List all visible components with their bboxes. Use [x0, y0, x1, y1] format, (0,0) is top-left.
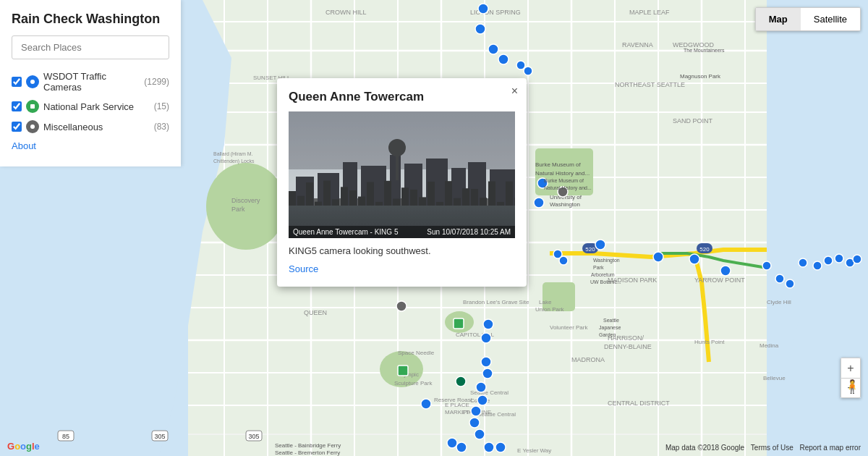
about-link[interactable]: About — [12, 140, 169, 151]
svg-point-106 — [835, 254, 843, 263]
camera-icon-misc — [26, 120, 39, 133]
svg-text:Natural History and...: Natural History and... — [535, 170, 590, 177]
svg-text:Union Park: Union Park — [535, 306, 565, 313]
popup-title: Queen Anne Towercam — [289, 90, 515, 104]
svg-text:Hunts Point: Hunts Point — [694, 339, 725, 345]
svg-text:Natural History and...: Natural History and... — [544, 185, 592, 191]
layer-item-misc: Miscellaneous (83) — [12, 120, 169, 133]
svg-text:520: 520 — [699, 246, 710, 253]
layer-count-misc: (83) — [154, 122, 169, 132]
svg-point-113 — [481, 357, 491, 367]
svg-text:Magnuson Park: Magnuson Park — [680, 73, 721, 80]
svg-text:E PLACE: E PLACE — [445, 402, 469, 408]
svg-point-91 — [498, 54, 509, 64]
zoom-in-button[interactable]: + — [841, 358, 861, 378]
camera-icon-nps — [26, 100, 39, 113]
svg-point-127 — [396, 301, 407, 311]
svg-point-148 — [30, 124, 35, 129]
svg-text:UW Botanic...: UW Botanic... — [590, 279, 621, 284]
svg-text:Brandon Lee's Grave Site: Brandon Lee's Grave Site — [463, 299, 529, 305]
layer-item-wsdot: WSDOT Traffic Cameras (1299) — [12, 71, 169, 93]
svg-text:MADRONA: MADRONA — [571, 356, 605, 363]
svg-point-122 — [447, 438, 457, 448]
svg-text:DENNY-BLAINE: DENNY-BLAINE — [604, 343, 652, 350]
svg-text:Japanese: Japanese — [599, 325, 621, 331]
layer-checkbox-nps[interactable] — [12, 101, 22, 111]
svg-point-97 — [653, 252, 663, 262]
svg-point-129 — [456, 376, 466, 387]
svg-text:NORTHEAST SEATTLE: NORTHEAST SEATTLE — [615, 81, 685, 88]
svg-rect-125 — [454, 318, 464, 329]
popup-description: KING5 camera looking southwest. — [289, 245, 515, 256]
svg-point-32 — [206, 163, 286, 250]
svg-point-90 — [488, 44, 498, 54]
svg-point-120 — [484, 442, 494, 452]
svg-point-114 — [482, 368, 493, 379]
popup-image-caption: Queen Anne Towercam - KING 5 Sun 10/07/2… — [289, 226, 515, 238]
svg-point-108 — [853, 255, 861, 263]
popup-source-link[interactable]: Source — [289, 263, 318, 274]
svg-point-124 — [421, 399, 431, 409]
svg-point-146 — [30, 80, 35, 84]
svg-text:305: 305 — [154, 433, 165, 440]
svg-point-98 — [689, 254, 699, 264]
popup-image: Queen Anne Towercam - KING 5 Sun 10/07/2… — [289, 111, 515, 238]
svg-text:Washington: Washington — [550, 201, 580, 208]
svg-point-101 — [775, 274, 784, 283]
layer-count-nps: (15) — [154, 101, 169, 111]
camera-icon-wsdot — [26, 75, 39, 88]
svg-point-123 — [456, 442, 467, 452]
layer-checkbox-misc[interactable] — [12, 122, 22, 132]
popup-close-button[interactable]: × — [511, 85, 518, 97]
svg-text:Seattle - Bainbridge Ferry: Seattle - Bainbridge Ferry — [275, 442, 341, 449]
svg-text:85: 85 — [62, 433, 69, 440]
svg-point-96 — [559, 256, 568, 265]
svg-text:YARROW POINT: YARROW POINT — [694, 276, 745, 284]
svg-text:Medina: Medina — [760, 342, 779, 349]
svg-rect-126 — [398, 366, 408, 376]
svg-rect-147 — [30, 104, 35, 109]
svg-text:Clyde Hill: Clyde Hill — [767, 299, 791, 305]
svg-point-104 — [813, 261, 822, 270]
map-footer: Map data ©2018 Google Terms of Use Repor… — [665, 444, 861, 452]
svg-point-119 — [475, 429, 485, 439]
svg-text:The Mountaineers: The Mountaineers — [684, 48, 725, 53]
svg-text:Ballard (Hiram M.: Ballard (Hiram M. — [213, 151, 253, 157]
svg-text:MARKET: MARKET — [445, 409, 469, 415]
svg-point-116 — [477, 395, 488, 405]
svg-text:Chittenden) Locks: Chittenden) Locks — [213, 159, 255, 164]
svg-text:Burke Museum of: Burke Museum of — [544, 178, 584, 183]
map-attribution: Map data ©2018 Google — [665, 444, 744, 452]
svg-point-99 — [720, 266, 731, 276]
svg-point-118 — [469, 418, 480, 428]
svg-text:RAVENNA: RAVENNA — [622, 41, 653, 48]
svg-text:Park: Park — [593, 265, 604, 270]
svg-point-111 — [483, 319, 493, 329]
svg-point-93 — [524, 67, 532, 75]
svg-text:CENTRAL DISTRICT: CENTRAL DISTRICT — [608, 400, 670, 407]
search-input[interactable] — [12, 35, 169, 59]
google-logo: Google — [7, 441, 40, 452]
svg-text:Sculpture Park: Sculpture Park — [394, 380, 433, 387]
svg-point-89 — [475, 24, 485, 34]
svg-point-94 — [595, 240, 605, 250]
layer-label-wsdot: WSDOT Traffic Cameras — [43, 71, 142, 93]
layer-checkbox-wsdot[interactable] — [12, 77, 22, 87]
popup-caption-right: Sun 10/07/2018 10:25 AM — [427, 228, 511, 236]
map-toggle-button[interactable]: Map — [756, 8, 801, 30]
layer-label-misc: Miscellaneous — [43, 122, 152, 132]
satellite-toggle-button[interactable]: Satellite — [801, 8, 860, 30]
terms-of-use-link[interactable]: Terms of Use — [751, 444, 793, 452]
popup-caption-left: Queen Anne Towercam - KING 5 — [293, 228, 398, 236]
svg-text:Seattle: Seattle — [603, 318, 619, 323]
svg-text:QUEEN: QUEEN — [304, 309, 327, 316]
svg-point-121 — [495, 442, 506, 452]
popup-camera-feed — [289, 111, 515, 238]
svg-point-110 — [534, 198, 544, 208]
pegman-control[interactable]: 🧍 — [844, 379, 860, 394]
svg-point-92 — [516, 61, 525, 69]
svg-text:Washington: Washington — [593, 258, 620, 263]
svg-text:Garden: Garden — [599, 332, 616, 337]
svg-text:Seattle Central: Seattle Central — [477, 411, 516, 418]
report-error-link[interactable]: Report a map error — [800, 444, 861, 452]
